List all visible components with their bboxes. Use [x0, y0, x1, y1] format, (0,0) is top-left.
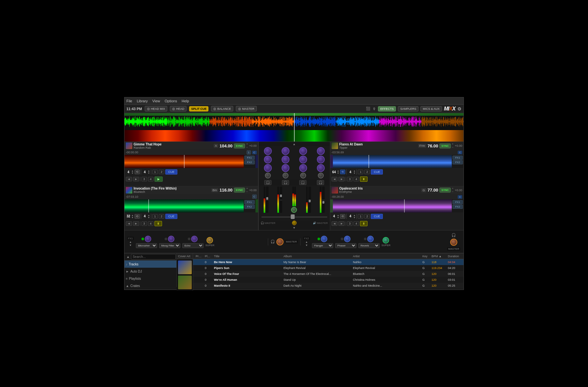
deck2-loop-up[interactable]: ▲ — [131, 214, 134, 216]
fx2-e1-wet-knob[interactable] — [321, 236, 327, 242]
deck3-hotcue4[interactable]: 4 — [353, 177, 359, 181]
deck2-pitch-up[interactable]: + — [246, 187, 248, 190]
ch3-high-eq[interactable] — [299, 147, 307, 155]
ch3-volume-fader[interactable] — [308, 187, 311, 213]
deck4-waveform[interactable] — [333, 199, 452, 212]
deck3-beat-arrows[interactable]: ▲ ▼ — [353, 170, 355, 174]
deck3-waveform[interactable] — [333, 155, 452, 168]
fx1-e2-wet-knob[interactable] — [168, 236, 174, 242]
fx1-scroll-up[interactable]: ▲ — [129, 241, 132, 244]
menu-view[interactable]: View — [152, 99, 160, 103]
ch3-mid-eq[interactable] — [299, 156, 307, 163]
deck1-fx2-button[interactable]: FX2 — [244, 160, 255, 164]
deck2-pitch-down[interactable]: − — [246, 190, 248, 194]
deck3-hotcue2[interactable]: 2 — [364, 170, 370, 174]
fx2-e1-dropdown[interactable]: Flanger — [312, 243, 333, 248]
deck1-hotcue3[interactable]: 3 — [141, 177, 147, 181]
fx1-e1-dropdown[interactable]: Bitcrusher — [136, 243, 157, 248]
ch4-gain-knob[interactable] — [318, 173, 324, 178]
table-row[interactable]: 0 Pipers Sun Elephant Revival Elephant R… — [193, 265, 464, 271]
deck4-loop-reloop[interactable]: ⟲ — [340, 214, 345, 219]
deck1-hotcue4[interactable]: 4 — [148, 177, 154, 181]
deck1-loop-up[interactable]: ▲ — [131, 170, 134, 172]
library-scroll-up-icon[interactable]: ▲ — [126, 255, 130, 259]
nav-playlists[interactable]: ≡ Playlists — [124, 275, 176, 282]
ch1-volume-fader[interactable] — [266, 187, 269, 213]
deck3-beat-down[interactable]: ▼ — [353, 172, 355, 174]
ch2-mid-eq[interactable] — [282, 156, 289, 163]
deck1-pitch-down[interactable]: − — [246, 146, 248, 149]
deck2-fx2-button[interactable]: FX2 — [244, 205, 255, 209]
deck2-hotcue4[interactable]: 4 — [148, 221, 154, 226]
fx2-e1-on-indicator[interactable] — [318, 238, 320, 240]
head-mix-button[interactable]: ◎ HEAD MIX — [145, 106, 168, 111]
ch1-high-eq[interactable] — [264, 147, 272, 155]
deck1-cue-button[interactable]: CUE — [165, 169, 177, 175]
deck2-beat-up[interactable]: ▲ — [148, 214, 150, 216]
master-button[interactable]: ◎ MASTER — [236, 106, 257, 111]
balance-button[interactable]: ◎ BALANCE — [211, 106, 233, 111]
ch4-volume-fader[interactable] — [322, 187, 325, 213]
deck4-loop-up[interactable]: ▲ — [337, 214, 339, 216]
settings-icon[interactable]: ⚙ — [457, 106, 462, 111]
deck3-fx1-button[interactable]: FX1 — [452, 156, 463, 160]
deck1-beat-up[interactable]: ▲ — [148, 170, 150, 172]
deck4-loop-arrows[interactable]: ▲ ▼ — [337, 214, 339, 219]
deck2-beat-arrows[interactable]: ▲ ▼ — [148, 214, 150, 219]
deck3-loop-up[interactable]: ▲ — [337, 170, 339, 172]
deck3-beat-up[interactable]: ▲ — [353, 170, 355, 172]
fx-headphone-gain-knob[interactable] — [276, 238, 284, 245]
fx1-e3-wet-knob[interactable] — [191, 236, 198, 242]
col-artist-header[interactable]: Artist — [351, 255, 421, 258]
waveform-overview[interactable] — [124, 113, 464, 142]
deck3-cue-button[interactable]: CUE — [371, 169, 383, 175]
deck3-prev-hotcue[interactable]: ◄ — [332, 177, 338, 181]
fx1-super-knob[interactable] — [206, 237, 213, 244]
ch3-gain-knob[interactable] — [300, 173, 306, 178]
deck4-beat-down[interactable]: ▼ — [353, 216, 355, 219]
deck1-prev-hotcue[interactable]: ◄ — [126, 177, 132, 181]
fx2-super-knob[interactable] — [383, 237, 389, 244]
deck3-sync-button[interactable]: SYNC — [439, 143, 450, 148]
fx2-scroll-down[interactable]: ▼ — [305, 244, 308, 247]
fx1-e2-on-indicator[interactable] — [165, 238, 167, 240]
nav-auto-dj[interactable]: ► Auto DJ — [124, 268, 176, 275]
ch4-mid-eq[interactable] — [317, 156, 325, 163]
nav-tracks[interactable]: ♪ Tracks — [124, 261, 176, 268]
menu-help[interactable]: Help — [182, 99, 189, 103]
deck2-pause-button[interactable]: ⏸ — [155, 221, 162, 226]
deck2-cue-button[interactable]: CUE — [165, 214, 177, 219]
deck4-hotcue3[interactable]: 3 — [347, 221, 352, 226]
deck2-fx1-label[interactable]: C — [252, 194, 257, 199]
ch2-low-eq[interactable] — [282, 164, 289, 172]
deck4-cue-button[interactable]: CUE — [371, 214, 383, 219]
nav-crates[interactable]: ▲ Crates — [124, 282, 176, 287]
master-volume-knob[interactable] — [291, 207, 297, 213]
search-input[interactable] — [131, 254, 176, 260]
ch4-headphone-btn[interactable]: 🎧 — [317, 180, 324, 185]
deck1-waveform[interactable] — [124, 155, 244, 168]
deck1-fx1-button[interactable]: FX1 — [244, 156, 255, 160]
deck2-hotcue2[interactable]: 2 — [159, 214, 164, 219]
ch2-high-eq[interactable] — [282, 147, 289, 155]
deck2-sync-button[interactable]: SYNC — [234, 188, 245, 193]
table-row[interactable]: 0 Voice Of The Four The 4 Horsemen Of Th… — [193, 271, 464, 277]
fx2-e2-wet-knob[interactable] — [344, 236, 351, 242]
deck1-fx1-btn[interactable]: 1 — [247, 150, 251, 155]
mixer-scroll-down[interactable]: ▼ — [259, 226, 330, 230]
fx2-e3-wet-knob[interactable] — [367, 236, 374, 242]
menu-file[interactable]: File — [126, 99, 132, 103]
fx2-scroll-up[interactable]: ▲ — [305, 241, 308, 244]
ch2-headphone-btn[interactable]: 🎧 — [282, 180, 289, 185]
crossfader[interactable] — [261, 216, 327, 218]
deck3-hotcue3[interactable]: 3 — [347, 177, 352, 181]
col-key-header[interactable]: Key — [421, 255, 430, 258]
fx2-e3-on-indicator[interactable] — [364, 238, 367, 240]
deck4-pitch-down[interactable]: − — [452, 190, 454, 194]
crossfader-handle[interactable] — [291, 214, 295, 219]
split-cue-button[interactable]: SPLIT CUE — [189, 106, 208, 111]
fx1-e2-dropdown[interactable]: Moog Filter — [159, 243, 180, 248]
deck1-play-button[interactable]: ▶ — [155, 177, 163, 182]
deck4-loop-down[interactable]: ▼ — [337, 216, 339, 219]
fx1-e1-wet-knob[interactable] — [145, 236, 151, 242]
